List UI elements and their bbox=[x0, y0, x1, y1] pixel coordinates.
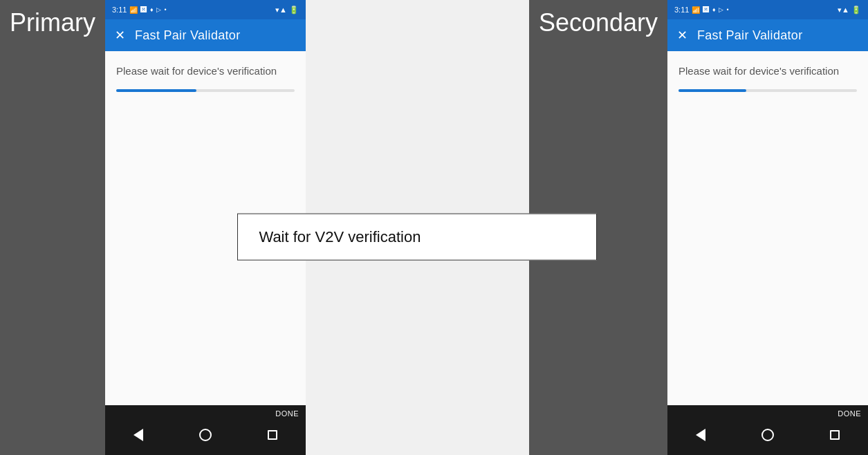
primary-status-left: 3:11 📶 🅼 ♦ ▷ • bbox=[112, 6, 167, 14]
secondary-bottom-bar: DONE bbox=[667, 405, 868, 455]
secondary-home-button[interactable] bbox=[761, 429, 774, 441]
primary-done-label[interactable]: DONE bbox=[105, 405, 306, 419]
primary-progress-fill bbox=[116, 89, 196, 92]
home-circle-icon bbox=[199, 429, 212, 441]
secondary-status-icons: 🅼 ♦ ▷ • bbox=[703, 6, 729, 13]
primary-home-button[interactable] bbox=[199, 429, 212, 441]
primary-app-title: Fast Pair Validator bbox=[135, 28, 240, 43]
secondary-back-button[interactable] bbox=[696, 429, 705, 441]
primary-time: 3:11 bbox=[112, 6, 127, 14]
secondary-nav-buttons bbox=[667, 419, 868, 455]
signal-icon-1: 📶 bbox=[129, 6, 138, 14]
secondary-back-arrow-icon bbox=[696, 429, 705, 441]
primary-recents-button[interactable] bbox=[268, 430, 277, 440]
recents-square-icon bbox=[268, 430, 277, 440]
middle-space: Wait for V2V verification bbox=[306, 0, 529, 455]
secondary-time: 3:11 bbox=[674, 6, 689, 14]
secondary-verification-text: Please wait for device's verification bbox=[678, 64, 857, 78]
secondary-progress-container bbox=[678, 89, 857, 92]
battery-icon: 🔋 bbox=[289, 6, 299, 15]
secondary-recents-button[interactable] bbox=[830, 430, 840, 440]
v2v-overlay: Wait for V2V verification bbox=[237, 214, 597, 261]
secondary-phone: 3:11 📶 🅼 ♦ ▷ • ▾▲ 🔋 ✕ Fast Pair Validato… bbox=[667, 0, 868, 455]
primary-back-button[interactable] bbox=[133, 429, 143, 441]
primary-bottom-bar: DONE bbox=[105, 405, 306, 455]
secondary-status-right: ▾▲ 🔋 bbox=[838, 6, 861, 15]
primary-close-icon[interactable]: ✕ bbox=[115, 28, 125, 43]
secondary-battery-icon: 🔋 bbox=[851, 6, 861, 15]
secondary-status-bar: 3:11 📶 🅼 ♦ ▷ • ▾▲ 🔋 bbox=[667, 0, 868, 19]
main-container: Primary 3:11 📶 🅼 ♦ ▷ • ▾▲ 🔋 ✕ Fast Pair … bbox=[0, 0, 868, 455]
primary-label: Primary bbox=[0, 0, 105, 455]
secondary-app-bar: ✕ Fast Pair Validator bbox=[667, 19, 868, 51]
secondary-close-icon[interactable]: ✕ bbox=[677, 28, 687, 43]
v2v-text: Wait for V2V verification bbox=[259, 228, 421, 245]
primary-status-bar: 3:11 📶 🅼 ♦ ▷ • ▾▲ 🔋 bbox=[105, 0, 306, 19]
v2v-box: Wait for V2V verification bbox=[237, 214, 597, 261]
status-icons: 🅼 ♦ ▷ • bbox=[140, 6, 167, 13]
secondary-app-title: Fast Pair Validator bbox=[697, 28, 802, 43]
secondary-recents-square-icon bbox=[830, 430, 840, 440]
primary-app-bar: ✕ Fast Pair Validator bbox=[105, 19, 306, 51]
secondary-done-label[interactable]: DONE bbox=[667, 405, 868, 419]
secondary-status-left: 3:11 📶 🅼 ♦ ▷ • bbox=[674, 6, 730, 14]
back-arrow-icon bbox=[133, 429, 143, 441]
secondary-content: Please wait for device's verification bbox=[667, 51, 868, 405]
primary-progress-container bbox=[116, 89, 295, 92]
primary-verification-text: Please wait for device's verification bbox=[116, 64, 295, 78]
secondary-home-circle-icon bbox=[761, 429, 774, 441]
wifi-icon: ▾▲ bbox=[275, 6, 287, 15]
primary-nav-buttons bbox=[105, 419, 306, 455]
primary-status-right: ▾▲ 🔋 bbox=[275, 6, 299, 15]
secondary-wifi-icon: ▾▲ bbox=[838, 6, 849, 15]
secondary-progress-fill bbox=[678, 89, 746, 92]
secondary-signal-icon: 📶 bbox=[692, 6, 700, 14]
